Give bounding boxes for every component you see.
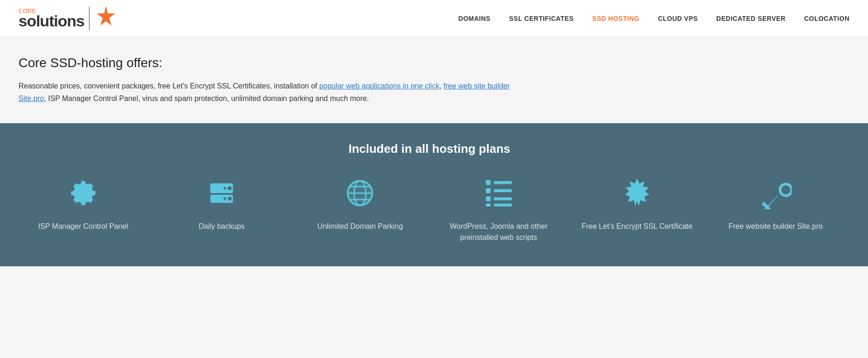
- link-popular-apps[interactable]: popular web applications in one click: [319, 82, 440, 90]
- description-text: Reasonable prices, convenient packages, …: [19, 80, 527, 105]
- svg-rect-22: [762, 202, 771, 209]
- feature-ssl: Free Let's Encrypt SSL Certificate: [577, 175, 697, 232]
- features-title: Included in all hosting plans: [19, 142, 840, 156]
- logo-divider: [89, 7, 90, 30]
- nav-item-domains[interactable]: DOMAINS: [459, 15, 491, 22]
- star-badge-icon: [619, 175, 656, 212]
- feature-domain-parking: Unlimited Domain Parking: [300, 175, 420, 232]
- svg-rect-20: [494, 204, 512, 207]
- features-grid: ISP Manager Control Panel Daily backups: [19, 175, 840, 243]
- nav-item-ssl[interactable]: SSL CERTIFICATES: [509, 15, 574, 22]
- main-content: Core SSD-hosting offers: Reasonable pric…: [0, 37, 868, 123]
- features-section: Included in all hosting plans ISP Manage…: [0, 123, 868, 266]
- svg-rect-13: [486, 180, 491, 185]
- feature-site-builder-label: Free website builder Site.pro: [728, 221, 823, 232]
- svg-rect-19: [486, 204, 491, 207]
- logo-star-icon: [94, 5, 118, 31]
- feature-isp-manager: ISP Manager Control Panel: [23, 175, 143, 232]
- feature-daily-backups: Daily backups: [161, 175, 282, 232]
- svg-marker-21: [625, 179, 649, 207]
- svg-point-3: [228, 187, 231, 190]
- description-part3: , ISP Manager Control Panel, virus and s…: [44, 94, 369, 102]
- feature-cms: WordPress, Joomla and other preinstalled…: [439, 175, 559, 243]
- svg-rect-17: [486, 196, 491, 201]
- nav-item-ssd-hosting[interactable]: SSD HOSTING: [592, 15, 639, 22]
- globe-icon: [341, 175, 378, 212]
- header: CORE solutions DOMAINS SSL CERTIFICATES …: [0, 0, 868, 37]
- feature-domain-parking-label: Unlimited Domain Parking: [317, 221, 403, 232]
- nav-item-cloud-vps[interactable]: CLOUD VPS: [658, 15, 698, 22]
- server-icon: [203, 175, 240, 212]
- svg-point-4: [223, 187, 226, 190]
- list-icon: [480, 175, 517, 212]
- feature-isp-manager-label: ISP Manager Control Panel: [38, 221, 128, 232]
- logo: CORE solutions: [19, 5, 118, 31]
- svg-rect-15: [486, 188, 491, 194]
- svg-point-12: [348, 181, 372, 206]
- svg-rect-16: [494, 189, 512, 192]
- svg-rect-18: [494, 197, 512, 200]
- nav-item-dedicated[interactable]: DEDICATED SERVER: [716, 15, 786, 22]
- main-nav: DOMAINS SSL CERTIFICATES SSD HOSTING CLO…: [459, 15, 849, 22]
- svg-point-5: [228, 197, 231, 201]
- wrench-icon: [757, 175, 794, 212]
- nav-item-colocation[interactable]: COLOCATION: [804, 15, 849, 22]
- svg-point-6: [223, 197, 226, 200]
- description-part1: Reasonable prices, convenient packages, …: [19, 82, 319, 90]
- feature-cms-label: WordPress, Joomla and other preinstalled…: [439, 221, 559, 243]
- feature-site-builder: Free website builder Site.pro: [715, 175, 836, 232]
- gear-icon: [65, 175, 102, 212]
- svg-marker-0: [97, 6, 115, 25]
- svg-rect-14: [494, 181, 512, 184]
- feature-ssl-label: Free Let's Encrypt SSL Certificate: [582, 221, 693, 232]
- description-part2: ,: [440, 82, 444, 90]
- page-title: Core SSD-hosting offers:: [19, 56, 840, 70]
- feature-daily-backups-label: Daily backups: [198, 221, 245, 232]
- logo-solutions-text: solutions: [19, 13, 84, 29]
